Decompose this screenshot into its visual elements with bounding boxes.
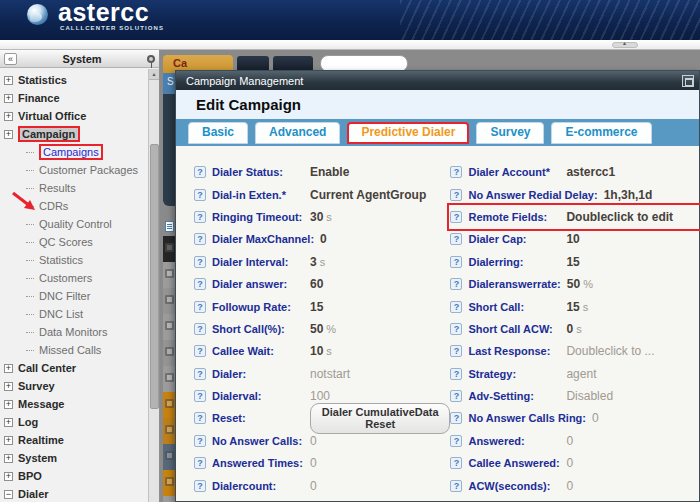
expand-icon[interactable]: +	[4, 454, 13, 463]
sidebar-item-system[interactable]: +System	[0, 449, 148, 467]
help-icon[interactable]: ?	[194, 368, 206, 380]
sidebar-item-call-center[interactable]: +Call Center	[0, 359, 148, 377]
sidebar-scrollbar[interactable]: ▲	[148, 69, 159, 502]
help-icon[interactable]: ?	[450, 256, 462, 268]
expand-icon[interactable]: +	[4, 112, 13, 121]
field-value-last-response[interactable]: Doubleclick to ...	[566, 344, 654, 358]
field-value-callee-wait[interactable]: 10	[310, 344, 323, 358]
expand-icon[interactable]: +	[4, 436, 13, 445]
pin-icon[interactable]	[147, 55, 155, 63]
sidebar-item-log[interactable]: +Log	[0, 413, 148, 431]
sidebar-collapse-button[interactable]: «	[4, 53, 17, 65]
expand-icon[interactable]: +	[4, 382, 13, 391]
help-icon[interactable]: ?	[194, 390, 206, 402]
expand-icon[interactable]: +	[4, 76, 13, 85]
tab-predictive-dialer[interactable]: Predictive Dialer	[347, 122, 469, 144]
field-value-dialer-account[interactable]: astercc1	[566, 165, 615, 179]
help-icon[interactable]: ?	[194, 256, 206, 268]
expand-icon[interactable]: +	[4, 472, 13, 481]
sidebar-item-quality-control[interactable]: Quality Control	[0, 215, 148, 233]
sidebar-item-qc-scores[interactable]: QC Scores	[0, 233, 148, 251]
sidebar-item-label: Message	[18, 398, 64, 410]
collapse-handle-icon[interactable]	[612, 42, 638, 48]
scrollbar-up-icon[interactable]: ▲	[149, 69, 159, 80]
field-value-remote-fields[interactable]: Doubleclick to edit	[566, 210, 673, 224]
field-value-no-answer-redial-delay[interactable]: 1h,3h,1d	[604, 188, 653, 202]
scrollbar-thumb[interactable]	[150, 144, 159, 409]
field-value-dialeranswerrate[interactable]: 50	[567, 277, 580, 291]
help-icon[interactable]: ?	[450, 412, 462, 424]
help-icon[interactable]: ?	[450, 390, 462, 402]
dialog-titlebar[interactable]: Campaign Management	[176, 71, 699, 90]
field-value-short-call[interactable]: 50	[310, 322, 323, 336]
help-icon[interactable]: ?	[450, 435, 462, 447]
sidebar-item-customer-packages[interactable]: Customer Packages	[0, 161, 148, 179]
sidebar-item-campaign[interactable]: +Campaign	[0, 125, 148, 143]
tab-e-commerce[interactable]: E-commerce	[551, 122, 651, 144]
expand-icon[interactable]: +	[4, 130, 13, 139]
help-icon[interactable]: ?	[450, 345, 462, 357]
field-value-followup-rate[interactable]: 15	[310, 300, 323, 314]
help-icon[interactable]: ?	[450, 457, 462, 469]
sidebar-item-realtime[interactable]: +Realtime	[0, 431, 148, 449]
dialog-maximize-icon[interactable]	[682, 75, 694, 87]
help-icon[interactable]: ?	[194, 233, 206, 245]
help-icon[interactable]: ?	[194, 480, 206, 492]
expand-icon[interactable]: +	[4, 418, 13, 427]
help-icon[interactable]: ?	[450, 233, 462, 245]
field-label: No Answer Calls:	[212, 435, 310, 447]
help-icon[interactable]: ?	[450, 278, 462, 290]
help-icon[interactable]: ?	[194, 278, 206, 290]
field-value-short-call[interactable]: 15	[566, 300, 579, 314]
field-value-dialer-answer[interactable]: 60	[310, 277, 323, 291]
field-value-dialer-interval[interactable]: 3	[310, 255, 317, 269]
help-icon[interactable]: ?	[450, 368, 462, 380]
help-icon[interactable]: ?	[450, 301, 462, 313]
field-value-dial-in-exten[interactable]: Current AgentGroup	[310, 188, 426, 202]
field-value-adv-setting: Disabled	[566, 389, 613, 403]
sidebar-item-finance[interactable]: +Finance	[0, 89, 148, 107]
field-value-dialer-status[interactable]: Enable	[310, 165, 349, 179]
field-value-ringing-timeout[interactable]: 30	[310, 210, 323, 224]
tab-advanced[interactable]: Advanced	[255, 122, 340, 144]
help-icon[interactable]: ?	[450, 166, 462, 178]
help-icon[interactable]: ?	[450, 211, 462, 223]
sidebar-item-statistics[interactable]: Statistics	[0, 251, 148, 269]
help-icon[interactable]: ?	[194, 166, 206, 178]
expand-icon[interactable]: +	[4, 94, 13, 103]
help-icon[interactable]: ?	[194, 189, 206, 201]
help-icon[interactable]: ?	[194, 435, 206, 447]
help-icon[interactable]: ?	[194, 457, 206, 469]
help-icon[interactable]: ?	[450, 323, 462, 335]
expand-icon[interactable]: +	[4, 400, 13, 409]
expand-icon[interactable]: +	[4, 364, 13, 373]
sidebar-item-bpo[interactable]: +BPO	[0, 467, 148, 485]
field-value-short-call-acw[interactable]: 0	[566, 322, 573, 336]
sidebar-item-customers[interactable]: Customers	[0, 269, 148, 287]
sidebar-item-virtual-office[interactable]: +Virtual Office	[0, 107, 148, 125]
field-value-dialer-maxchannel[interactable]: 0	[320, 232, 327, 246]
sidebar-item-dialer[interactable]: −Dialer	[0, 485, 148, 502]
tab-survey[interactable]: Survey	[476, 122, 544, 144]
tab-basic[interactable]: Basic	[188, 122, 248, 144]
field-value-dialerring[interactable]: 15	[566, 255, 579, 269]
field-value-dialer-cap[interactable]: 10	[566, 232, 579, 246]
help-icon[interactable]: ?	[194, 345, 206, 357]
sidebar-item-statistics[interactable]: +Statistics	[0, 71, 148, 89]
sidebar-item-missed-calls[interactable]: Missed Calls	[0, 341, 148, 359]
help-icon[interactable]: ?	[450, 480, 462, 492]
help-icon[interactable]: ?	[194, 323, 206, 335]
sidebar-item-survey[interactable]: +Survey	[0, 377, 148, 395]
help-icon[interactable]: ?	[450, 189, 462, 201]
sidebar-item-message[interactable]: +Message	[0, 395, 148, 413]
help-icon[interactable]: ?	[194, 211, 206, 223]
sidebar-item-dnc-list[interactable]: DNC List	[0, 305, 148, 323]
sidebar-item-data-monitors[interactable]: Data Monitors	[0, 323, 148, 341]
help-icon[interactable]: ?	[194, 301, 206, 313]
sidebar-item-campaigns[interactable]: Campaigns	[0, 143, 148, 161]
field-value-dialer: notstart	[310, 367, 350, 381]
collapse-icon[interactable]: −	[4, 490, 13, 499]
help-icon[interactable]: ?	[194, 412, 206, 424]
sidebar-item-dnc-filter[interactable]: DNC Filter	[0, 287, 148, 305]
field-label: Answered Times:	[212, 457, 310, 469]
